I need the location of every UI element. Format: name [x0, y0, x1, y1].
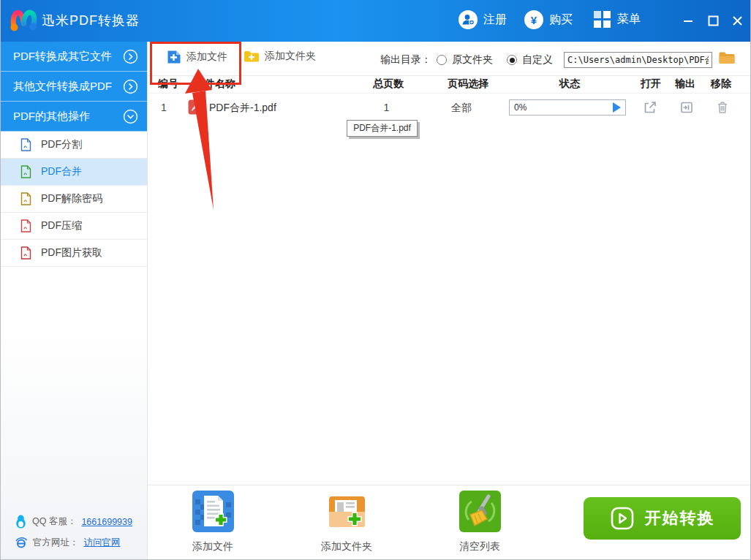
maximize-button[interactable]	[703, 10, 723, 31]
folder-icon	[718, 50, 736, 65]
sidebar-item-label: PDF压缩	[41, 219, 82, 232]
chevron-right-icon	[123, 49, 138, 64]
title-bar: 迅米PDF转换器 注册 ¥ 购买 菜单	[1, 0, 751, 42]
sidebar-group-label: PDF转换成其它文件	[13, 50, 112, 64]
row-filename[interactable]: PDF合并-1.pdf	[209, 102, 276, 115]
add-folder-icon	[244, 50, 260, 63]
open-output-button[interactable]	[679, 100, 694, 118]
sidebar-item-label: PDF图片获取	[41, 246, 102, 260]
radio-custom-label: 自定义	[522, 53, 553, 67]
pdf-file-icon	[20, 246, 31, 260]
open-file-button[interactable]	[643, 100, 657, 118]
close-button[interactable]	[727, 10, 747, 31]
browse-folder-button[interactable]	[718, 50, 736, 68]
progress-bar: 0%	[509, 99, 626, 116]
play-icon	[610, 506, 635, 531]
minimize-icon	[683, 15, 693, 26]
radio-custom[interactable]: 自定义	[507, 53, 553, 67]
sidebar-group-label: 其他文件转换成PDF	[13, 80, 112, 94]
pdf-file-icon	[20, 219, 31, 232]
ie-browser-icon	[15, 536, 28, 549]
trash-icon	[715, 100, 730, 115]
register-label: 注册	[483, 12, 507, 28]
col-header-pages: 总页数	[373, 77, 404, 91]
col-header-output: 输出	[675, 77, 695, 91]
minimize-button[interactable]	[678, 10, 698, 31]
sidebar-item-pdf-extract-images[interactable]: PDF图片获取	[1, 240, 147, 267]
app-title: 迅米PDF转换器	[42, 12, 140, 29]
sidebar-group-pdf-to-other[interactable]: PDF转换成其它文件	[1, 42, 147, 72]
big-add-folder-icon[interactable]	[326, 491, 368, 532]
sidebar-item-pdf-remove-password[interactable]: PDF解除密码	[1, 186, 147, 213]
big-add-file-label: 添加文件	[173, 540, 253, 553]
sidebar-item-label: PDF合并	[41, 165, 82, 178]
chevron-right-icon	[123, 79, 138, 94]
sidebar: PDF转换成其它文件 其他文件转换成PDF PDF的其他操作	[1, 42, 148, 560]
output-folder-icon	[679, 100, 694, 115]
big-add-folder-label: 添加文件夹	[306, 540, 387, 553]
remove-file-button[interactable]	[715, 100, 730, 118]
menu-grid-icon	[593, 10, 611, 29]
maximize-icon	[708, 15, 719, 26]
sidebar-group-label: PDF的其他操作	[13, 110, 90, 124]
annotation-rectangle	[150, 42, 241, 85]
chevron-down-icon	[123, 109, 138, 124]
big-add-file-icon[interactable]	[192, 491, 234, 532]
qq-service-label: QQ 客服：	[32, 515, 76, 528]
progress-play-icon	[613, 102, 621, 113]
app-window: 迅米PDF转换器 注册 ¥ 购买 菜单	[0, 0, 751, 560]
register-button[interactable]: 注册	[458, 10, 507, 29]
output-dir-label: 输出目录：	[380, 53, 431, 67]
table-header-divider	[148, 93, 751, 94]
sidebar-group-pdf-other-ops[interactable]: PDF的其他操作	[1, 102, 147, 132]
pdf-file-icon	[20, 165, 31, 178]
clear-list-label: 清空列表	[439, 540, 520, 553]
adobe-pdf-icon	[188, 99, 203, 115]
menu-button[interactable]: 菜单	[593, 10, 641, 29]
sidebar-footer: QQ 客服： 1661699939 官方网址： 访问官网	[1, 511, 147, 553]
open-external-icon	[643, 100, 657, 115]
sidebar-item-label: PDF解除密码	[41, 192, 102, 205]
radio-original-folder[interactable]: 原文件夹	[437, 53, 493, 67]
start-convert-label: 开始转换	[645, 507, 715, 529]
start-convert-button[interactable]: 开始转换	[584, 497, 741, 540]
menu-label: 菜单	[617, 12, 641, 27]
pdf-file-icon	[20, 138, 31, 151]
qq-icon	[15, 515, 27, 529]
row-pages: 1	[370, 102, 403, 113]
radio-circle-checked	[507, 55, 517, 65]
register-user-icon	[458, 10, 478, 29]
radio-original-label: 原文件夹	[452, 53, 493, 67]
col-header-status: 状态	[559, 77, 580, 91]
add-folder-label: 添加文件夹	[265, 50, 316, 63]
official-site-label: 官方网址：	[33, 537, 79, 549]
col-header-remove: 移除	[711, 77, 731, 91]
progress-value: 0%	[514, 102, 527, 113]
clear-list-icon[interactable]	[459, 491, 501, 532]
output-path-input[interactable]	[564, 52, 712, 68]
pdf-file-icon	[20, 192, 31, 205]
radio-circle	[437, 55, 447, 65]
col-header-pagerange: 页码选择	[448, 77, 488, 91]
sidebar-item-label: PDF分割	[41, 138, 82, 151]
buy-button[interactable]: ¥ 购买	[524, 10, 573, 29]
col-header-open: 打开	[641, 77, 661, 91]
sidebar-item-pdf-compress[interactable]: PDF压缩	[1, 213, 147, 240]
official-site-link[interactable]: 访问官网	[84, 537, 121, 549]
close-icon	[732, 15, 743, 26]
row-page-range[interactable]: 全部	[441, 102, 482, 115]
row-number: 1	[161, 102, 167, 113]
qq-number-link[interactable]: 1661699939	[81, 517, 132, 527]
buy-label: 购买	[549, 12, 573, 28]
sidebar-item-pdf-split[interactable]: PDF分割	[1, 132, 147, 159]
sidebar-group-other-to-pdf[interactable]: 其他文件转换成PDF	[1, 72, 147, 102]
add-folder-button[interactable]: 添加文件夹	[244, 50, 316, 63]
sidebar-item-pdf-merge[interactable]: PDF合并	[1, 159, 147, 186]
filename-tooltip: PDF合并-1.pdf	[347, 120, 418, 137]
yuan-icon: ¥	[524, 10, 543, 29]
app-logo-icon	[9, 7, 38, 34]
